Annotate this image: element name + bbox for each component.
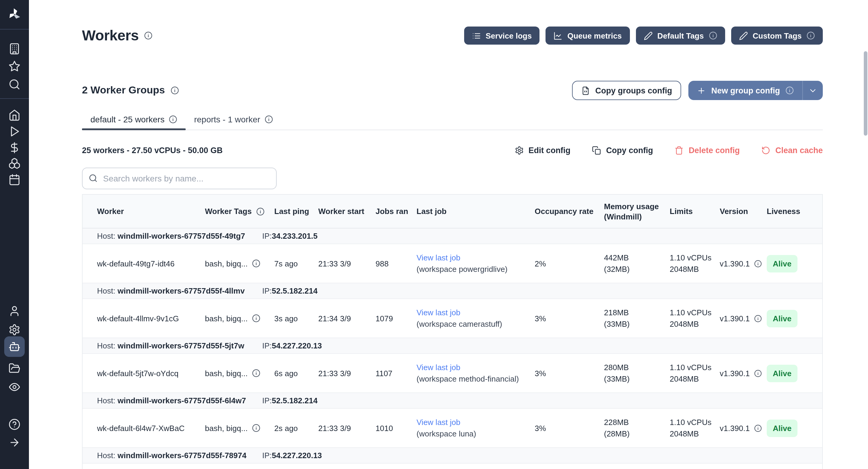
info-icon[interactable] xyxy=(169,115,177,124)
custom-tags-button[interactable]: Custom Tags xyxy=(731,27,823,44)
version: v1.390.1 xyxy=(720,313,767,324)
worker-start: 21:33 3/9 xyxy=(318,368,375,379)
sidebar-item-schedules-calendar[interactable] xyxy=(0,173,29,187)
group-summary: 25 workers - 27.50 vCPUs - 50.00 GB xyxy=(82,146,223,155)
edit-config-button[interactable]: Edit config xyxy=(515,146,570,155)
trash-icon xyxy=(675,146,684,155)
host-label: Host: windmill-workers-67757d55f-5jt7w xyxy=(97,338,244,354)
col-jobs-ran: Jobs ran xyxy=(375,206,416,216)
view-last-job-link[interactable]: View last job xyxy=(416,307,530,318)
memory-usage: 442MB(32MB) xyxy=(604,252,670,275)
info-icon[interactable] xyxy=(252,314,260,322)
info-icon[interactable] xyxy=(170,86,179,95)
title-info-icon[interactable] xyxy=(144,31,153,40)
host-row: Host: windmill-workers-67757d55f-4llmv I… xyxy=(83,283,822,299)
button-label: Custom Tags xyxy=(752,31,802,40)
copy-config-button[interactable]: Copy config xyxy=(592,146,653,155)
list-icon xyxy=(472,31,481,40)
header-actions: Service logs Queue metrics Default Tags … xyxy=(464,27,823,44)
default-tags-button[interactable]: Default Tags xyxy=(636,27,725,44)
worker-row: wk-default-6l4w7-XwBaC bash, bigq... 2s … xyxy=(83,409,822,448)
new-group-config-dropdown[interactable] xyxy=(802,81,823,100)
sidebar-item-favorites-star[interactable] xyxy=(0,59,29,73)
sidebar-item-resources-boxes[interactable] xyxy=(0,156,29,170)
last-job-workspace: (workspace luna) xyxy=(416,429,476,438)
last-ping: 2s ago xyxy=(274,422,318,434)
info-icon[interactable] xyxy=(754,259,762,268)
sidebar-item-expand-arrow[interactable] xyxy=(0,435,29,450)
table-body: Host: windmill-workers-67757d55f-49tg7 I… xyxy=(83,228,822,469)
jobs-ran: 1079 xyxy=(375,313,416,324)
info-icon[interactable] xyxy=(709,31,717,40)
worker-name: wk-default-5jt7w-oYdcq xyxy=(83,368,205,379)
last-job-workspace: (workspace method-financial) xyxy=(416,374,519,383)
sidebar-item-folders[interactable] xyxy=(0,361,29,376)
info-icon[interactable] xyxy=(252,369,260,377)
info-icon[interactable] xyxy=(754,314,762,322)
info-icon[interactable] xyxy=(754,424,762,432)
occupancy-rate: 3% xyxy=(535,422,604,434)
service-logs-button[interactable]: Service logs xyxy=(464,27,539,44)
windmill-logo-icon[interactable] xyxy=(0,5,29,24)
col-memory-usage: Memory usage (Windmill) xyxy=(604,201,670,222)
view-last-job-link[interactable]: View last job xyxy=(416,416,530,428)
action-label: Copy config xyxy=(606,146,653,155)
host-label: Host: windmill-workers-67757d55f-49tg7 xyxy=(97,228,245,244)
sidebar-item-settings-gear[interactable] xyxy=(0,322,29,337)
col-last-ping: Last ping xyxy=(274,206,318,216)
workers-page: Workers Service logs Queue metrics Defau… xyxy=(0,0,868,469)
sidebar-item-audit-eye[interactable] xyxy=(0,380,29,394)
liveness: Alive xyxy=(767,419,824,437)
last-job: View last job (workspace method-financia… xyxy=(416,362,535,385)
sidebar-item-runs-play[interactable] xyxy=(0,124,29,139)
info-icon[interactable] xyxy=(807,31,815,40)
last-ping: 7s ago xyxy=(274,258,318,269)
host-label: Host: windmill-workers-67757d55f-6l4w7 xyxy=(97,393,246,409)
info-icon[interactable] xyxy=(785,86,794,95)
info-icon[interactable] xyxy=(264,115,273,124)
host-ip: IP:34.233.201.5 xyxy=(262,228,318,244)
version: v1.390.1 xyxy=(720,258,767,269)
file-code-icon xyxy=(581,86,590,95)
sidebar-item-help[interactable] xyxy=(0,417,29,432)
info-icon[interactable] xyxy=(754,369,762,377)
limits: 1.10 vCPUs2048MB xyxy=(670,307,720,330)
vertical-scrollbar[interactable] xyxy=(864,51,867,136)
sidebar-item-home[interactable] xyxy=(0,108,29,122)
queue-metrics-button[interactable]: Queue metrics xyxy=(546,27,629,44)
clean-cache-button[interactable]: Clean cache xyxy=(761,146,823,155)
new-group-config-button[interactable]: New group config xyxy=(688,81,823,100)
col-worker-tags: Worker Tags xyxy=(205,206,274,216)
col-worker-start: Worker start xyxy=(318,206,375,216)
info-icon[interactable] xyxy=(252,424,260,432)
view-last-job-link[interactable]: View last job xyxy=(416,252,530,263)
action-label: Clean cache xyxy=(775,146,823,155)
info-icon[interactable] xyxy=(256,207,264,216)
view-last-job-link[interactable]: View last job xyxy=(416,362,530,373)
worker-row: wk-default-4llmv-9v1cG bash, bigq... 3s … xyxy=(83,299,822,338)
copy-groups-config-button[interactable]: Copy groups config xyxy=(572,81,681,100)
worker-groups-heading: 2 Worker Groups xyxy=(82,84,165,96)
action-label: Edit config xyxy=(528,146,570,155)
limits: 1.10 vCPUs2048MB xyxy=(670,416,720,439)
sidebar xyxy=(0,0,29,469)
sidebar-item-users-person[interactable] xyxy=(0,304,29,318)
tab-reports[interactable]: reports - 1 worker xyxy=(186,115,281,130)
info-icon[interactable] xyxy=(252,259,260,268)
jobs-ran: 1107 xyxy=(375,368,416,379)
delete-config-button[interactable]: Delete config xyxy=(675,146,740,155)
sidebar-divider xyxy=(0,98,29,99)
last-job: View last job (workspace luna) xyxy=(416,416,535,439)
sidebar-item-building[interactable] xyxy=(0,41,29,56)
search-workers-input[interactable] xyxy=(82,167,277,189)
sidebar-item-workers-robot[interactable] xyxy=(4,336,25,357)
sidebar-item-search[interactable] xyxy=(0,77,29,92)
rotate-icon xyxy=(761,146,770,155)
liveness-badge: Alive xyxy=(767,310,798,327)
tab-default[interactable]: default - 25 workers xyxy=(82,115,186,130)
sidebar-item-variables-dollar[interactable] xyxy=(0,140,29,155)
memory-usage: 228MB(28MB) xyxy=(604,416,670,439)
button-label: Default Tags xyxy=(657,31,704,40)
worker-name: wk-default-49tg7-idt46 xyxy=(83,258,205,269)
button-label: Copy groups config xyxy=(595,86,672,95)
